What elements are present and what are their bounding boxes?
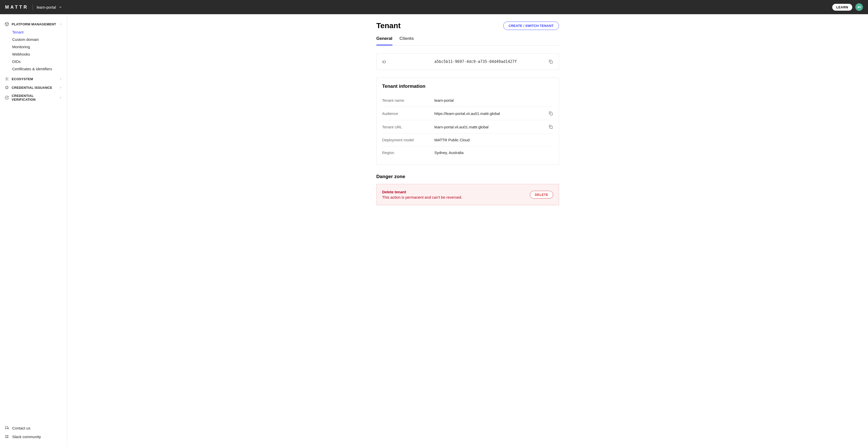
tenant-info-card: Tenant information Tenant name learn-por…: [376, 78, 559, 165]
info-label: Tenant URL: [382, 125, 435, 129]
sidebar-item-webhooks[interactable]: Webhooks: [12, 51, 67, 58]
nav-section-label: CREDENTIAL ISSUANCE: [12, 86, 56, 90]
svg-point-3: [7, 435, 8, 436]
page-header: Tenant CREATE / SWITCH TENANT: [376, 21, 559, 30]
info-row-region: Region Sydney, Australia: [382, 146, 553, 159]
app-header: MATTR learn-portal LEARN AV: [0, 0, 868, 14]
info-row-deployment: Deployment model MATTR Public Cloud: [382, 134, 553, 146]
sidebar-item-certificates[interactable]: Certificates & identifiers: [12, 65, 67, 72]
info-value: MATTR Public Cloud: [435, 138, 553, 142]
nav-section-label: PLATFORM MANAGEMENT: [12, 22, 56, 26]
nav-section-platform-management[interactable]: PLATFORM MANAGEMENT: [0, 20, 67, 28]
info-value: https://learn-portal.vii.au01.mattr.glob…: [435, 111, 548, 116]
chevron-down-icon: [59, 22, 62, 26]
contact-us-link[interactable]: Contact us: [5, 424, 62, 432]
gear-icon: [5, 77, 9, 81]
slack-icon: [5, 434, 9, 439]
svg-point-0: [6, 79, 8, 80]
nav-section-credential-issuance[interactable]: CREDENTIAL ISSUANCE: [0, 83, 67, 92]
header-left: MATTR learn-portal: [5, 4, 62, 10]
copy-icon[interactable]: [548, 111, 553, 116]
main-content: Tenant CREATE / SWITCH TENANT General Cl…: [67, 14, 868, 447]
tab-general[interactable]: General: [376, 36, 393, 46]
id-label: ID: [382, 60, 435, 64]
tab-clients[interactable]: Clients: [400, 36, 414, 46]
info-label: Audience: [382, 111, 435, 116]
info-row-audience: Audience https://learn-portal.vii.au01.m…: [382, 107, 553, 120]
svg-rect-6: [550, 61, 552, 63]
info-value: learn-portal.vii.au01.mattr.global: [435, 125, 548, 129]
sidebar-item-monitoring[interactable]: Monitoring: [12, 43, 67, 51]
nav-section-label: CREDENTIAL VERIFICATION: [12, 94, 56, 101]
sidebar-item-custom-domain[interactable]: Custom domain: [12, 36, 67, 43]
learn-button[interactable]: LEARN: [832, 4, 852, 11]
danger-text: Delete tenant This action is permanent a…: [382, 190, 462, 200]
svg-rect-8: [550, 126, 552, 129]
sidebar: PLATFORM MANAGEMENT Tenant Custom domain…: [0, 14, 67, 447]
chevron-right-icon: [59, 96, 62, 99]
svg-point-1: [6, 87, 8, 89]
tenant-id-card: ID a5bc5b11-9697-4dc9-a735-04d49ad1427f: [376, 53, 559, 70]
danger-title: Delete tenant: [382, 190, 462, 194]
info-label: Deployment model: [382, 138, 435, 142]
slack-community-link[interactable]: Slack community: [5, 432, 62, 441]
header-right: LEARN AV: [832, 3, 863, 11]
sidebar-nav: PLATFORM MANAGEMENT Tenant Custom domain…: [0, 20, 67, 420]
danger-desc: This action is permanent and can't be re…: [382, 195, 462, 200]
danger-card: Delete tenant This action is permanent a…: [376, 184, 559, 205]
sidebar-footer: Contact us Slack community: [0, 420, 67, 447]
svg-point-2: [6, 435, 6, 436]
info-value: Sydney, Australia: [435, 150, 553, 155]
chevron-down-icon: [59, 5, 62, 9]
chevron-right-icon: [59, 86, 62, 89]
svg-point-5: [7, 437, 8, 438]
chat-icon: [5, 426, 9, 430]
delete-button[interactable]: DELETE: [530, 191, 553, 199]
contact-us-label: Contact us: [12, 426, 30, 430]
info-label: Region: [382, 150, 435, 155]
header-divider: [32, 4, 33, 10]
chevron-right-icon: [59, 77, 62, 81]
cube-icon: [5, 22, 9, 26]
brand-logo[interactable]: MATTR: [5, 5, 28, 10]
nav-children-platform: Tenant Custom domain Monitoring Webhooks…: [0, 28, 67, 74]
info-title: Tenant information: [382, 84, 553, 89]
tenant-name: learn-portal: [37, 5, 56, 9]
svg-rect-7: [550, 113, 552, 115]
info-value: learn-portal: [435, 98, 553, 102]
info-row-tenant-url: Tenant URL learn-portal.vii.au01.mattr.g…: [382, 120, 553, 134]
svg-point-4: [6, 437, 6, 438]
nav-section-credential-verification[interactable]: CREDENTIAL VERIFICATION: [0, 92, 67, 103]
copy-icon[interactable]: [548, 59, 553, 64]
id-value: a5bc5b11-9697-4dc9-a735-04d49ad1427f: [435, 59, 548, 64]
tenant-switcher[interactable]: learn-portal: [37, 5, 62, 9]
avatar[interactable]: AV: [855, 3, 863, 11]
nav-section-label: ECOSYSTEM: [12, 77, 56, 81]
brand-text: MATTR: [5, 5, 28, 10]
info-row-tenant-name: Tenant name learn-portal: [382, 94, 553, 107]
slack-community-label: Slack community: [12, 435, 41, 439]
create-switch-tenant-button[interactable]: CREATE / SWITCH TENANT: [503, 22, 559, 30]
danger-zone-heading: Danger zone: [376, 174, 559, 179]
nav-section-ecosystem[interactable]: ECOSYSTEM: [0, 74, 67, 83]
page-title: Tenant: [376, 21, 401, 30]
tabs: General Clients: [376, 36, 559, 46]
info-label: Tenant name: [382, 98, 435, 102]
sidebar-item-dids[interactable]: DIDs: [12, 58, 67, 65]
copy-icon[interactable]: [548, 124, 553, 129]
issue-icon: [5, 85, 9, 90]
sidebar-item-tenant[interactable]: Tenant: [12, 28, 67, 36]
check-circle-icon: [5, 95, 9, 100]
